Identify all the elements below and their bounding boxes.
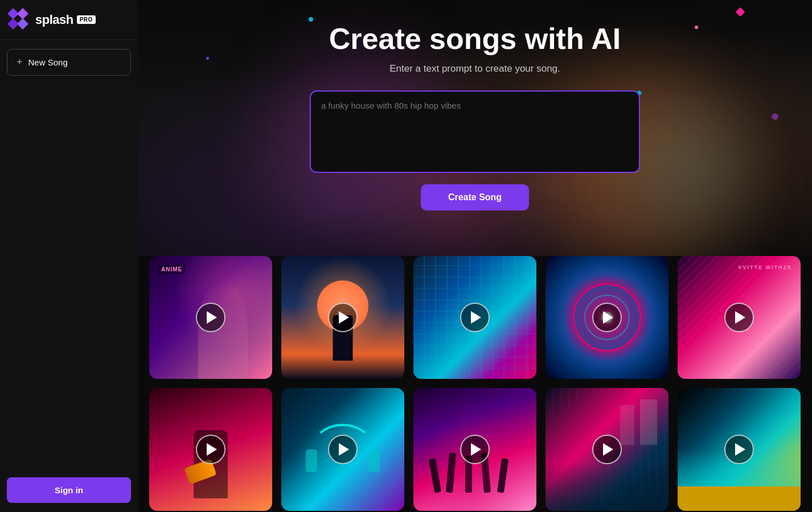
play-overlay [149,388,272,511]
logo-text: splash PRO [35,13,96,27]
new-song-label: New Song [28,57,68,67]
play-icon [207,443,217,456]
gallery-grid: ANIME [149,256,801,511]
gallery-item[interactable] [678,388,801,511]
sidebar: splash PRO + New Song Sign in [0,0,138,512]
play-overlay [413,388,536,511]
play-button[interactable] [196,435,225,464]
gallery-item[interactable] [546,388,669,511]
sidebar-spacer [0,85,138,468]
play-button[interactable] [460,435,490,464]
pro-badge: PRO [77,15,96,24]
play-overlay [281,388,404,511]
plus-icon: + [17,56,23,68]
play-button[interactable] [328,303,358,332]
play-icon [207,311,217,324]
decorative-shape-2 [309,17,313,22]
prompt-input[interactable] [310,90,640,173]
play-button[interactable] [724,303,754,332]
play-button[interactable] [196,303,225,332]
play-overlay [546,256,669,379]
logo-icon [9,10,30,30]
play-button[interactable] [328,435,358,464]
gallery-item[interactable] [281,388,404,511]
play-icon [735,311,745,324]
play-icon [471,311,481,324]
gallery-section: ANIME [138,256,812,512]
hero-title: Create songs with AI [329,23,621,55]
play-overlay [281,256,404,379]
gallery-item[interactable]: VVITTE WITHZE [678,256,801,379]
play-button[interactable] [724,435,754,464]
play-overlay [546,388,669,511]
play-overlay [678,388,801,511]
hero-subtitle: Enter a text prompt to create your song. [389,63,560,75]
play-overlay [678,256,801,379]
play-icon [735,443,745,456]
gallery-item[interactable] [413,388,536,511]
play-button[interactable] [592,303,622,332]
hero-content: Create songs with AI Enter a text prompt… [138,23,812,233]
hero-section: Create songs with AI Enter a text prompt… [138,0,812,256]
main-content: Create songs with AI Enter a text prompt… [138,0,812,512]
play-icon [339,311,349,324]
play-icon [603,311,613,324]
app-name: splash [35,13,73,27]
play-button[interactable] [460,303,490,332]
play-overlay [413,256,536,379]
play-overlay [149,256,272,379]
play-button[interactable] [592,435,622,464]
decorative-shape-1 [736,7,745,17]
create-song-label: Create Song [448,192,502,202]
new-song-button[interactable]: + New Song [7,49,131,76]
gallery-item[interactable] [281,256,404,379]
sign-in-label: Sign in [55,485,83,495]
gallery-item[interactable]: ANIME [149,256,272,379]
create-song-button[interactable]: Create Song [421,184,529,210]
logo-area: splash PRO [0,0,138,40]
gallery-item[interactable] [149,388,272,511]
gallery-item[interactable] [546,256,669,379]
play-icon [339,443,349,456]
play-icon [471,443,481,456]
play-icon [603,443,613,456]
gallery-item[interactable] [413,256,536,379]
sign-in-button[interactable]: Sign in [7,477,131,503]
